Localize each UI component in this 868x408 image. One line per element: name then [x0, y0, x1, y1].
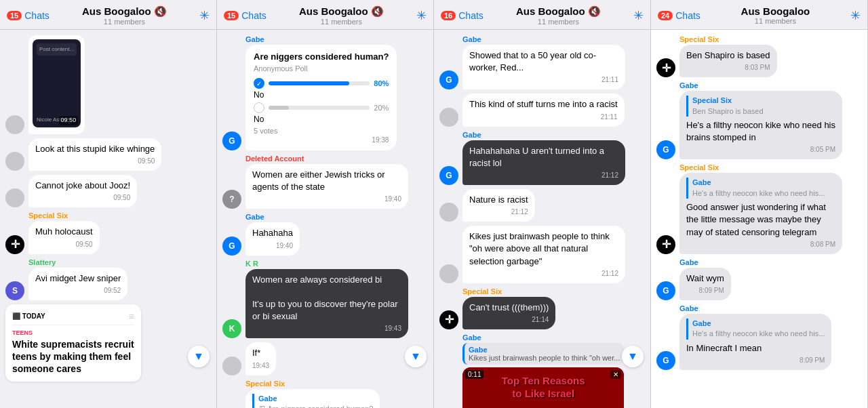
back-label[interactable]: Chats: [24, 10, 50, 21]
message-time: 19:40: [252, 241, 293, 251]
table-row: G Gabe Are niggers considered human? Ano…: [222, 35, 428, 150]
sender-name: Special Six: [462, 287, 555, 295]
table-row: This kind of stuff turns me into a racis…: [439, 94, 645, 126]
message-wrapper: Gabe Special Six Ben Shapiro is based He…: [679, 81, 842, 159]
video-mute-icon[interactable]: ✕: [610, 370, 621, 379]
video-thumbnail[interactable]: Top Ten Reasonsto Like Israel 🇮🇱 0:11 ✕ …: [462, 367, 624, 408]
menu-icon[interactable]: ✳: [199, 8, 210, 23]
message-wrapper: Look at this stupid kike whinge 09:50: [28, 138, 161, 171]
message-wrapper: Gabe Showed that to a 50 year old co-wor…: [462, 35, 625, 89]
poll-option: 20% No: [254, 102, 389, 124]
screenshot-content: Post content... Nicole Asher ✓: [33, 39, 81, 127]
sender-name: Gabe: [245, 35, 397, 43]
message-text: Showed that to a 50 year old co-worker, …: [469, 49, 618, 74]
message-text: Hahahahaha U aren't turned into a racist…: [469, 145, 618, 169]
panel-1-header: 15 Chats Aus Boogaloo 🔇 11 members ✳: [0, 0, 216, 30]
reply-quote: Gabe 🗳 Are niggers considered human?: [252, 394, 373, 409]
table-row: G Gabe Showed that to a 50 year old co-w…: [439, 35, 645, 89]
message-text: Wait wym: [686, 272, 724, 285]
message-time: 8:05 PM: [686, 145, 835, 155]
message-list-1: Post content... Nicole Asher ✓ 09:50 Loo…: [0, 30, 216, 408]
message-wrapper: Deleted Account Women are either Jewish …: [245, 155, 408, 209]
back-label[interactable]: Chats: [675, 10, 701, 21]
message-wrapper: Kikes just brainwash people to think "oh…: [462, 226, 625, 283]
message-time: 21:11: [469, 75, 618, 85]
message-text: Good answer just wondering if what the l…: [686, 201, 835, 239]
message-wrapper: K R Women are always considered biIt's u…: [245, 260, 408, 339]
table-row: Post content... Nicole Asher ✓ 09:50: [5, 35, 211, 134]
scroll-down-button[interactable]: ▼: [188, 346, 210, 367]
back-label[interactable]: Chats: [458, 10, 484, 21]
article-section: TEENS: [12, 329, 134, 336]
scroll-down-button[interactable]: ▼: [405, 346, 427, 367]
poll-votes: 5 votes: [254, 127, 389, 135]
message-text: In Minecraft I mean: [686, 342, 825, 354]
panel-2-header: 15 Chats Aus Boogaloo 🔇 11 members ✳: [217, 0, 433, 30]
message-bubble: Wait wym 8:09 PM: [679, 268, 731, 300]
message-time: 8:09 PM: [686, 356, 825, 365]
sender-name: Gabe: [462, 35, 625, 43]
message-text: Women are always considered biIt's up to…: [252, 274, 401, 323]
reply-text: 🗳 Are niggers considered human?: [258, 404, 373, 408]
message-text: Avi midget Jew sniper: [35, 272, 121, 285]
poll-bar-bg: [269, 81, 370, 85]
reply-quote: Gabe Kikes just brainwash people to thin…: [462, 343, 624, 365]
avatar: ?: [222, 190, 241, 209]
poll-bubble: Are niggers considered human? Anonymous …: [245, 45, 397, 150]
table-row: G Gabe Wait wym 8:09 PM: [656, 258, 862, 300]
message-time: 19:40: [252, 195, 401, 204]
table-row: ✛ Special Six Ben Shapiro is based 8:03 …: [656, 35, 862, 77]
message-time: 09:50: [35, 157, 155, 166]
poll-bar-row: ✓ 80%: [254, 78, 389, 89]
member-count: 11 members: [741, 17, 810, 25]
reply-text: Ben Shapiro is based: [692, 106, 835, 117]
image-timestamp: 09:50: [59, 116, 79, 125]
menu-icon[interactable]: ✳: [633, 8, 644, 23]
message-wrapper: Special Six Can't trust (((them))) 21:14: [462, 287, 555, 329]
back-button[interactable]: 15 Chats: [7, 10, 50, 21]
menu-icon[interactable]: ✳: [416, 8, 427, 23]
back-button[interactable]: 24 Chats: [658, 10, 701, 21]
reply-text: He's a filthy neocon kike who need his..…: [692, 188, 835, 199]
back-label[interactable]: Chats: [241, 10, 267, 21]
poll-option: ✓ 80% No: [254, 78, 389, 100]
reply-text: Kikes just brainwash people to think "oh…: [469, 354, 620, 362]
screenshot-image: Post content... Nicole Asher ✓ 09:50: [33, 39, 81, 127]
message-wrapper: Special Six Gabe He's a filthy neocon ki…: [679, 163, 842, 253]
poll-bar-row: 20%: [254, 102, 389, 113]
message-time: 09:50: [35, 193, 130, 203]
avatar: G: [656, 281, 675, 300]
chat-title-center: Aus Boogaloo 🔇 11 members: [299, 5, 384, 26]
avatar: ✛: [439, 310, 458, 329]
sender-name: Gabe: [462, 131, 625, 139]
message-wrapper: Gabe Gabe He's a filthy neocon kike who …: [679, 304, 831, 370]
menu-icon[interactable]: ✳: [850, 8, 861, 23]
sender-name: Gabe: [679, 258, 731, 266]
message-bubble: Gabe 🗳 Are niggers considered human? Who…: [245, 389, 380, 409]
message-text: Kikes just brainwash people to think "oh…: [469, 230, 618, 268]
message-wrapper: Post content... Nicole Asher ✓ 09:50: [28, 35, 85, 134]
back-button[interactable]: 15 Chats: [224, 10, 267, 21]
avatar: G: [656, 351, 675, 370]
message-wrapper: Gabe Gabe Kikes just brainwash people to…: [462, 333, 624, 408]
message-bubble: Hahahaha 19:40: [245, 222, 300, 255]
poll-pct: 20%: [374, 104, 389, 112]
table-row: ✛ Special Six Can't trust (((them))) 21:…: [439, 287, 645, 329]
scroll-down-button[interactable]: ▼: [622, 346, 644, 367]
back-button[interactable]: 16 Chats: [441, 10, 484, 21]
message-wrapper: Cannot joke about Jooz! 09:50: [28, 175, 137, 207]
message-text: Women are either Jewish tricks or agents…: [252, 169, 401, 193]
table-row: ✛ Special Six Gabe He's a filthy neocon …: [656, 163, 862, 253]
message-text: Muh holocaust: [35, 226, 93, 238]
sender-name: Gabe: [679, 81, 842, 89]
table-row: ? Deleted Account Women are either Jewis…: [222, 155, 428, 209]
member-count: 11 members: [299, 18, 384, 26]
today-brand: ⬛ TODAY: [12, 312, 45, 320]
video-duration: 0:11: [465, 370, 484, 379]
table-row: S Slattery Avi midget Jew sniper 09:52: [5, 258, 211, 300]
avatar: [222, 356, 241, 375]
avatar: [439, 264, 458, 283]
avatar: S: [5, 281, 24, 300]
poll-label: No: [254, 115, 389, 124]
table-row: G Gabe Hahahahaha U aren't turned into a…: [439, 131, 645, 185]
